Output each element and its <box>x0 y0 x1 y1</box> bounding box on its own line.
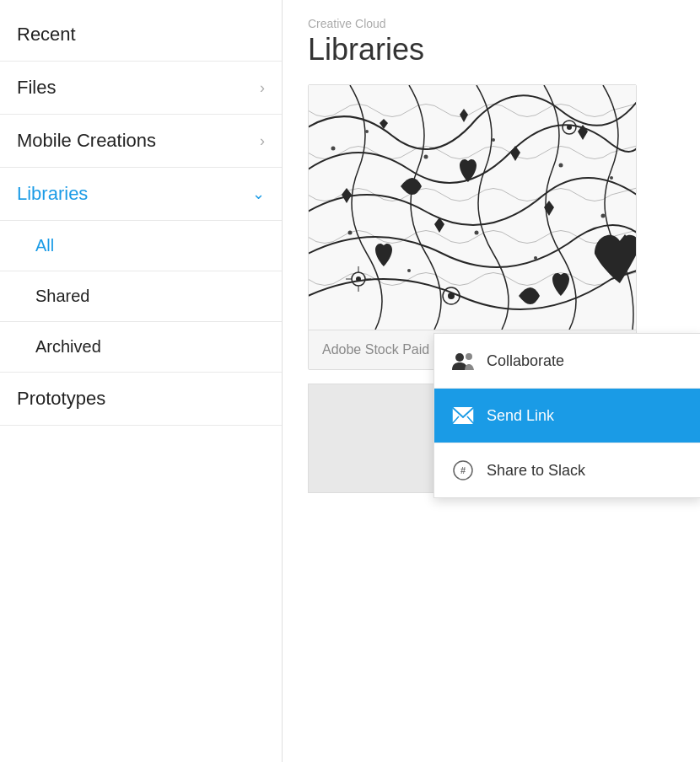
svg-point-2 <box>365 130 369 133</box>
dropdown-item-share-slack[interactable]: # Share to Slack <box>434 443 700 497</box>
sidebar-item-prototypes[interactable]: Prototypes <box>0 373 282 426</box>
svg-point-9 <box>475 231 479 235</box>
card-image <box>309 85 636 330</box>
sub-nav-label: All <box>35 236 54 255</box>
chevron-right-icon: › <box>260 79 265 97</box>
svg-point-22 <box>455 353 464 362</box>
svg-point-3 <box>424 155 428 159</box>
svg-point-21 <box>448 292 455 299</box>
main-content: Creative Cloud Libraries <box>283 0 700 762</box>
sidebar-item-mobile-creations[interactable]: Mobile Creations › <box>0 115 282 168</box>
svg-point-8 <box>407 269 411 272</box>
chevron-down-icon: ⌄ <box>252 185 265 203</box>
sidebar-item-label: Prototypes <box>17 388 105 410</box>
dropdown-item-collaborate[interactable]: Collaborate <box>434 334 700 389</box>
dropdown-item-label: Share to Slack <box>487 462 585 480</box>
sidebar-item-recent[interactable]: Recent <box>0 8 282 62</box>
sidebar-item-libraries[interactable]: Libraries ⌄ <box>0 168 282 221</box>
dropdown-item-send-link[interactable]: Send Link <box>434 389 700 443</box>
envelope-icon <box>451 404 475 427</box>
dropdown-item-label: Send Link <box>487 407 554 425</box>
svg-point-11 <box>601 214 606 218</box>
people-icon <box>451 349 475 373</box>
dropdown-menu: Collaborate Send Link # Share to Slack <box>433 333 700 498</box>
sidebar-item-files[interactable]: Files › <box>0 62 282 115</box>
page-subtitle: Creative Cloud <box>308 17 675 30</box>
sidebar-item-archived[interactable]: Archived <box>0 322 282 372</box>
sidebar: Recent Files › Mobile Creations › Librar… <box>0 0 283 762</box>
sub-nav-label: Archived <box>35 337 101 357</box>
sidebar-item-all[interactable]: All <box>0 221 282 271</box>
libraries-sub-nav: All Shared Archived <box>0 221 282 373</box>
sidebar-item-label: Recent <box>17 24 76 46</box>
chevron-right-icon: › <box>260 132 265 150</box>
sidebar-item-label: Mobile Creations <box>17 130 156 152</box>
sidebar-item-label: Files <box>17 77 56 99</box>
svg-point-4 <box>492 138 495 142</box>
dropdown-item-label: Collaborate <box>487 352 564 370</box>
sidebar-item-label: Libraries <box>17 183 88 205</box>
svg-text:#: # <box>460 465 466 475</box>
card-footer-label: Adobe Stock Paid <box>322 342 429 357</box>
page-title: Libraries <box>308 32 675 67</box>
slack-icon: # <box>451 459 475 482</box>
svg-point-10 <box>534 256 537 260</box>
svg-point-19 <box>567 125 572 130</box>
svg-point-5 <box>559 164 563 168</box>
svg-point-1 <box>331 147 336 151</box>
sub-nav-label: Shared <box>35 287 90 306</box>
svg-point-6 <box>610 176 613 180</box>
sidebar-item-shared[interactable]: Shared <box>0 271 282 322</box>
svg-point-23 <box>466 353 472 360</box>
library-card[interactable]: Adobe Stock Paid ▼ <box>308 84 637 370</box>
svg-point-13 <box>356 276 361 282</box>
